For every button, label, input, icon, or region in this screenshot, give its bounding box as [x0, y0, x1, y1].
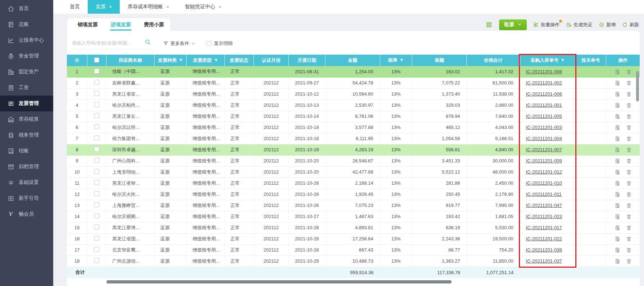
row-checkbox[interactable] [94, 124, 99, 129]
view-voucher-icon[interactable] [615, 258, 620, 264]
view-voucher-icon[interactable] [615, 247, 620, 253]
receipt-link[interactable]: IC-20211201-003 [526, 125, 562, 130]
row-checkbox[interactable] [94, 258, 99, 263]
table-row[interactable]: 6哈尔滨以恒...蓝票增值税专用...正常2021122021-10-183,5… [67, 122, 640, 133]
receipt-link[interactable]: IC-20211201-047 [526, 203, 562, 208]
table-row[interactable]: 1佳能（中国...蓝票增值税专用...正常2021-08-311,254.001… [67, 66, 640, 77]
table-row[interactable]: 2吉林省联鑫...蓝票增值税专用...正常2021122021-09-2754,… [67, 77, 640, 88]
sidebar-item-funds[interactable]: 资金管理 [0, 48, 53, 64]
delete-icon[interactable] [626, 203, 632, 208]
table-row[interactable]: 17北京华富鹰...蓝票增值税专用...正常2021122021-10-2866… [67, 244, 640, 255]
delete-icon[interactable] [626, 258, 632, 264]
table-row[interactable]: 12哈尔滨火炬...蓝票增值税专用...正常2021122021-10-261,… [67, 189, 640, 200]
receipt-link[interactable]: IC-20211201-011 [526, 192, 562, 197]
delete-icon[interactable] [626, 80, 632, 86]
tab-close-icon[interactable]: × [166, 4, 169, 9]
generate-voucher-button[interactable]: 生成凭证 [566, 22, 592, 28]
receipt-link[interactable]: IC-20211201-012 [526, 169, 562, 175]
row-checkbox[interactable] [94, 69, 99, 74]
tab-close-icon[interactable]: × [218, 4, 221, 9]
view-voucher-icon[interactable] [615, 158, 620, 164]
sidebar-item-tax[interactable]: 税务管理 [0, 127, 53, 143]
sidebar-item-salary[interactable]: 工资 [0, 80, 53, 96]
view-voucher-icon[interactable] [615, 147, 620, 153]
table-row[interactable]: 3黑龙江省雷...蓝票增值税专用...正常2021122021-10-1210,… [67, 88, 640, 100]
horizontal-scrollbar[interactable] [106, 280, 452, 283]
tab-2[interactable]: 库存成本明细账 × [120, 0, 177, 14]
row-checkbox[interactable] [94, 80, 99, 85]
receipt-link[interactable]: IC-20211201-008 [526, 69, 562, 74]
show-detail-checkbox[interactable] [206, 41, 211, 46]
delete-icon[interactable] [626, 192, 632, 197]
sidebar-item-inventory[interactable]: 库存核算 [0, 111, 53, 127]
receipt-link[interactable]: IC-20211201-017 [526, 225, 562, 230]
delete-icon[interactable] [626, 102, 632, 108]
row-checkbox[interactable] [94, 247, 99, 252]
delete-icon[interactable] [626, 236, 632, 242]
table-row[interactable]: 18广州点源信...蓝票增值税专用...正常2021122021-10-2910… [67, 255, 640, 267]
table-row[interactable]: 13上海雅峥贸...蓝票增值税专用...正常2021122021-10-267,… [67, 200, 640, 211]
table-row[interactable]: 9广州心阅科...蓝票增值税专用...正常2021122021-10-2026,… [67, 155, 640, 166]
receipt-link[interactable]: IC-20211201-037 [526, 258, 562, 264]
row-checkbox[interactable] [94, 147, 99, 152]
show-detail-toggle[interactable]: 显示明细 [206, 40, 233, 47]
receipt-link[interactable]: IC-20211201-005 [526, 114, 562, 119]
batch-operations-button[interactable]: 批量操作 [533, 22, 559, 28]
select-all-checkbox[interactable] [94, 57, 99, 63]
sidebar-item-guide[interactable]: 新手引导 [0, 190, 53, 206]
delete-icon[interactable] [626, 69, 632, 75]
tab-close-icon[interactable]: × [109, 4, 112, 9]
row-checkbox[interactable] [94, 158, 99, 163]
receipt-link[interactable]: IC-20211201-022 [526, 236, 562, 241]
row-checkbox[interactable] [94, 91, 99, 96]
sidebar-item-archive[interactable]: 归档管理 [0, 159, 53, 175]
qr-code-icon[interactable] [485, 21, 493, 28]
search-icon[interactable] [145, 39, 151, 47]
row-checkbox[interactable] [94, 113, 99, 118]
row-checkbox[interactable] [94, 236, 99, 241]
sidebar-item-home[interactable]: 首页 [0, 1, 53, 17]
row-checkbox[interactable] [94, 225, 99, 230]
delete-icon[interactable] [626, 114, 632, 119]
table-row[interactable]: 11黑龙江省智...蓝票增值税专用...正常2021122021-10-262,… [67, 177, 640, 189]
sidebar-item-ledger[interactable]: 总账 [0, 17, 53, 32]
delete-icon[interactable] [626, 158, 632, 164]
delete-icon[interactable] [626, 91, 632, 97]
view-voucher-icon[interactable] [615, 203, 620, 208]
view-voucher-icon[interactable] [615, 236, 620, 242]
table-row[interactable]: 8深圳市卓越...蓝票增值税专用...正常2021122021-10-194,2… [67, 144, 640, 155]
delete-icon[interactable] [626, 147, 632, 153]
subtab-2[interactable]: 费用小票 [137, 18, 170, 31]
view-voucher-icon[interactable] [615, 91, 620, 97]
row-checkbox[interactable] [94, 213, 99, 218]
receipt-link[interactable]: IC-20211201-039 [526, 247, 562, 253]
tab-3[interactable]: 智能凭证中心 × [177, 0, 229, 14]
filter-funnel-icon[interactable] [214, 58, 218, 63]
row-checkbox[interactable] [94, 169, 99, 174]
vertical-scrollbar[interactable] [636, 71, 639, 101]
table-row[interactable]: 5黑龙江誉众...蓝票增值税专用...正常2021122021-10-146,7… [67, 111, 640, 122]
receipt-link[interactable]: IC-20211201-009 [526, 158, 562, 163]
view-voucher-icon[interactable] [615, 69, 620, 75]
search-input[interactable] [72, 40, 145, 46]
view-voucher-icon[interactable] [615, 192, 620, 197]
filter-funnel-icon[interactable] [561, 58, 565, 63]
more-conditions-button[interactable]: 更多条件 [163, 40, 195, 47]
subtab-1[interactable]: 进项发票 [104, 18, 137, 31]
sidebar-item-member[interactable]: V 畅会员 [0, 206, 53, 222]
subtab-0[interactable]: 销项发票 [71, 18, 104, 31]
filter-funnel-icon[interactable] [399, 58, 404, 63]
view-voucher-icon[interactable] [615, 102, 620, 108]
view-voucher-icon[interactable] [615, 169, 620, 175]
delete-icon[interactable] [626, 180, 632, 186]
receipt-link[interactable]: IC-20211201-002 [526, 80, 562, 86]
row-checkbox[interactable] [94, 135, 99, 140]
view-voucher-icon[interactable] [615, 214, 620, 220]
table-row[interactable]: 14哈尔滨祺阁...蓝票增值税专用...正常2021122021-10-271,… [67, 211, 640, 222]
receipt-link[interactable]: IC-20211201-023 [526, 214, 562, 219]
row-checkbox[interactable] [94, 180, 99, 185]
refresh-button[interactable]: 刷新 [622, 22, 639, 28]
sidebar-item-assets[interactable]: 固定资产 [0, 64, 53, 80]
delete-icon[interactable] [626, 247, 632, 253]
receipt-link[interactable]: IC-20211201-006 [526, 91, 562, 97]
